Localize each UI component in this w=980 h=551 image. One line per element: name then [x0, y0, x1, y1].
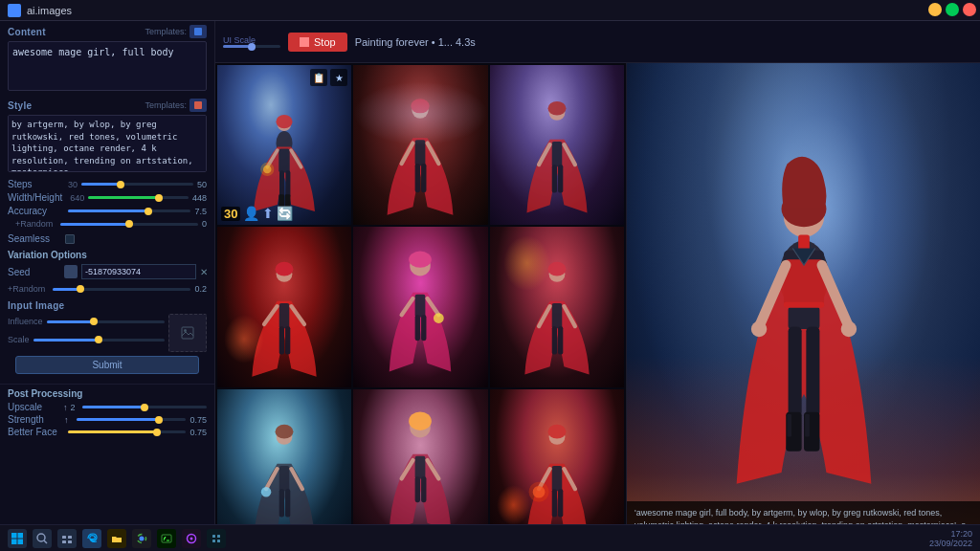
app2-btn[interactable]	[207, 529, 226, 548]
random2-row: +Random 0.2	[0, 284, 214, 294]
content-template-btn[interactable]	[189, 25, 207, 38]
svg-point-68	[547, 425, 566, 439]
maximize-button[interactable]	[946, 3, 959, 16]
grid-cell-3[interactable]	[490, 65, 624, 225]
cell-counter: 30 👤 ⬆ 🔄	[221, 206, 293, 221]
app1-btn[interactable]	[182, 529, 201, 548]
style-input[interactable]: by artgerm, by wlop, by greg rutkowski, …	[8, 115, 207, 172]
content-template-label: Templates:	[145, 27, 187, 36]
windows-start-btn[interactable]	[8, 529, 27, 548]
mage-figure-1	[243, 89, 324, 225]
folder-btn[interactable]	[107, 529, 126, 548]
svg-rect-99	[62, 536, 66, 539]
edge-btn[interactable]	[82, 529, 101, 548]
svg-rect-110	[217, 535, 220, 538]
height-val: 448	[192, 193, 207, 203]
svg-rect-41	[422, 315, 427, 341]
minimize-button[interactable]	[928, 3, 942, 16]
chrome-btn[interactable]	[132, 529, 151, 548]
svg-point-31	[276, 262, 294, 276]
cell-copy-btn[interactable]: 📋	[310, 69, 327, 86]
cell-actions: 📋 ★	[310, 69, 347, 86]
seed-input[interactable]	[81, 264, 196, 279]
input-image-sliders: Influence Scale	[8, 314, 165, 352]
svg-rect-20	[422, 164, 427, 192]
input-image-controls: Influence Scale	[8, 314, 207, 352]
close-button[interactable]	[963, 3, 976, 16]
fire-glow-2	[503, 235, 550, 292]
random-slider[interactable]	[60, 223, 198, 226]
grid-cell-5[interactable]	[353, 227, 487, 386]
svg-line-98	[44, 540, 47, 543]
svg-rect-49	[558, 327, 563, 355]
window-controls[interactable]	[928, 3, 976, 16]
stop-button[interactable]: Stop	[288, 33, 347, 52]
mage-figure-3	[517, 84, 597, 225]
wh-row: Width/Height 640 448	[0, 192, 214, 203]
svg-rect-0	[194, 28, 202, 35]
upscale-row: Upscale ↑ 2	[0, 401, 214, 413]
grid-cell-main[interactable]: 📋 ★ 30 👤 ⬆ 🔄	[217, 65, 351, 225]
accuracy-slider[interactable]	[68, 209, 190, 212]
ui-scale-control: UI Scale	[223, 35, 280, 48]
input-image-preview[interactable]	[168, 314, 207, 352]
large-preview[interactable]: 'awesome mage girl, full body, by artger…	[627, 63, 980, 551]
svg-point-75	[528, 482, 548, 502]
counter-refresh-icon: 🔄	[277, 206, 293, 221]
accuracy-val: 7.5	[194, 207, 207, 216]
grid-cell-6[interactable]	[490, 227, 624, 386]
titlebar-title: ai.images	[27, 5, 72, 16]
better-face-slider[interactable]	[68, 430, 186, 433]
svg-rect-34	[285, 327, 290, 355]
upscale-slider[interactable]	[82, 406, 207, 408]
input-image-header: Input Image	[8, 300, 207, 311]
random-val: 0	[202, 219, 207, 229]
style-template-btn[interactable]	[189, 99, 207, 112]
random2-slider[interactable]	[53, 288, 190, 291]
seamless-checkbox[interactable]	[65, 234, 75, 244]
strength-slider[interactable]	[77, 418, 187, 421]
upscale-arrow-icon: ↑	[63, 403, 68, 412]
steps-min: 30	[68, 180, 78, 189]
seamless-row: Seamless	[0, 231, 214, 246]
influence-slider[interactable]	[47, 320, 165, 323]
svg-rect-1	[194, 101, 202, 109]
svg-rect-82	[788, 326, 801, 416]
svg-rect-92	[783, 302, 823, 308]
scale-row: Scale	[8, 335, 165, 344]
ui-scale-slider[interactable]	[223, 45, 280, 48]
seed-clear-btn[interactable]: ✕	[200, 267, 208, 277]
svg-rect-48	[552, 327, 557, 355]
app-icon	[8, 4, 21, 17]
grid-cell-4[interactable]	[217, 227, 351, 386]
svg-point-97	[37, 534, 45, 541]
search-taskbar-btn[interactable]	[33, 529, 52, 548]
svg-rect-105	[162, 535, 171, 542]
svg-rect-63	[415, 477, 420, 503]
svg-rect-102	[68, 540, 72, 543]
content-section: Content Templates: awesome mage girl, fu…	[0, 21, 214, 95]
terminal-btn[interactable]	[157, 529, 176, 548]
svg-rect-40	[415, 315, 420, 341]
strength-value: 0.75	[189, 415, 207, 425]
svg-rect-39	[415, 295, 426, 318]
svg-point-44	[434, 313, 444, 323]
cell-star-btn[interactable]: ★	[330, 69, 347, 86]
svg-rect-56	[285, 489, 290, 517]
stop-label: Stop	[314, 36, 336, 48]
submit-button[interactable]: Submit	[15, 356, 199, 374]
taskview-btn[interactable]	[57, 529, 77, 548]
grid-cell-2[interactable]	[353, 65, 487, 225]
steps-slider[interactable]	[81, 183, 193, 186]
scale-slider[interactable]	[33, 339, 165, 342]
wh-slider[interactable]	[88, 196, 189, 199]
content-input[interactable]: awesome mage girl, full body	[8, 41, 207, 91]
svg-rect-64	[422, 477, 427, 503]
taskbar: 17:20 23/09/2022	[0, 524, 980, 551]
svg-point-103	[140, 536, 145, 540]
input-image-label: Input Image	[8, 300, 64, 311]
svg-point-108	[190, 537, 193, 540]
influence-label: Influence	[8, 317, 43, 326]
sidebar: Content Templates: awesome mage girl, fu…	[0, 21, 215, 551]
svg-point-46	[547, 262, 566, 276]
